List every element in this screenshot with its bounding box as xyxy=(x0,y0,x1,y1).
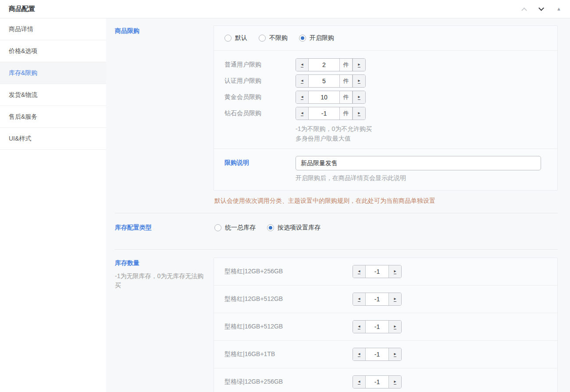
quantity-stepper: ◂ -1 ▸ xyxy=(353,293,402,306)
default-rule-note: 默认会使用依次调用分类、主题设置中的限购规则，在此处可为当前商品单独设置 xyxy=(214,196,557,205)
stepper-decrement-button[interactable]: ◂ xyxy=(296,91,309,103)
stock-type-label-col: 库存配置类型 xyxy=(115,213,214,241)
stepper-increment-button[interactable]: ▸ xyxy=(388,348,401,360)
sidebar-item[interactable]: 库存&限购 xyxy=(0,62,106,84)
stock-type-radio-group: 统一总库存 按选项设置库存 xyxy=(214,213,558,241)
quantity-stepper: ◂ -1 ▸ xyxy=(353,375,402,388)
limit-description-input[interactable] xyxy=(296,156,541,170)
triangle-up-icon: ▲ xyxy=(556,7,561,11)
collapse-up-button[interactable] xyxy=(522,6,526,12)
stepper-value[interactable]: 5 xyxy=(309,75,339,87)
stepper-value[interactable]: -1 xyxy=(366,376,388,388)
stepper-value[interactable]: -1 xyxy=(366,348,388,360)
sku-stock-panel: 型格红|12GB+256GB ◂ -1 ▸ xyxy=(214,258,558,392)
stepper-decrement-button[interactable]: ◂ xyxy=(296,59,309,71)
sidebar-item-label: UI&样式 xyxy=(9,135,31,143)
section-label: 商品限购 xyxy=(115,27,214,35)
limit-row-label: 黄金会员限购 xyxy=(224,93,296,101)
stepper-unit: 件 xyxy=(339,75,353,87)
sidebar-item[interactable]: 价格&选项 xyxy=(0,40,106,62)
stepper-increment-button[interactable]: ▸ xyxy=(353,91,365,103)
triangle-right-icon: ▸ xyxy=(394,297,396,302)
radio-option[interactable]: 统一总库存 xyxy=(214,224,256,232)
main-layout: 商品详情 价格&选项 库存&限购 发货&物流 售后&服务 UI&样式 xyxy=(0,18,570,392)
limit-hint-line2: 多身份用户取最大值 xyxy=(296,134,547,143)
triangle-left-icon: ◂ xyxy=(301,78,303,84)
triangle-left-icon: ◂ xyxy=(301,95,303,100)
config-content: 商品限购 默认 不限购 xyxy=(106,18,570,392)
chevron-down-icon xyxy=(538,5,544,11)
collapse-down-button[interactable] xyxy=(539,6,543,12)
radio-label: 统一总库存 xyxy=(225,224,256,232)
triangle-right-icon: ▸ xyxy=(394,352,396,357)
stepper-decrement-button[interactable]: ◂ xyxy=(353,265,366,278)
radio-icon xyxy=(259,35,266,42)
header-controls: ▲ xyxy=(522,6,563,12)
stepper-decrement-button[interactable]: ◂ xyxy=(353,348,366,360)
triangle-right-icon: ▸ xyxy=(394,269,396,274)
radio-option[interactable]: 按选项设置库存 xyxy=(267,224,321,232)
limit-stepper-block: 普通用户限购 ◂ 2 件 ▸ xyxy=(214,51,557,148)
stepper-value[interactable]: -1 xyxy=(366,321,388,333)
stepper-decrement-button[interactable]: ◂ xyxy=(296,107,309,120)
radio-option[interactable]: 默认 xyxy=(224,34,247,42)
sku-row: 型格红|16GB+1TB ◂ -1 ▸ xyxy=(214,341,557,368)
limit-row: 钻石会员限购 ◂ -1 件 ▸ xyxy=(224,105,547,121)
triangle-left-icon: ◂ xyxy=(358,297,360,302)
stepper-unit: 件 xyxy=(339,91,353,103)
sku-label: 型格红|12GB+512GB xyxy=(224,295,353,303)
stepper-decrement-button[interactable]: ◂ xyxy=(353,376,366,388)
stepper-value[interactable]: -1 xyxy=(366,265,388,278)
sku-label: 型格红|16GB+1TB xyxy=(224,350,353,358)
sidebar-item-label: 商品详情 xyxy=(9,25,33,33)
sidebar-item[interactable]: 售后&服务 xyxy=(0,106,106,128)
sidebar-item[interactable]: UI&样式 xyxy=(0,128,106,150)
limit-row: 黄金会员限购 ◂ 10 件 ▸ xyxy=(224,89,547,105)
sidebar-item[interactable]: 商品详情 xyxy=(0,18,106,40)
sidebar-item-label: 库存&限购 xyxy=(9,69,37,77)
radio-label: 按选项设置库存 xyxy=(278,224,321,232)
quantity-stepper: ◂ 10 件 ▸ xyxy=(296,91,366,104)
stepper-increment-button[interactable]: ▸ xyxy=(388,321,401,333)
limit-mode-radio-group: 默认 不限购 开启限购 xyxy=(214,26,557,50)
stock-type-section: 库存配置类型 统一总库存 按选项设置库存 xyxy=(115,213,558,241)
sidebar-item-label: 售后&服务 xyxy=(9,113,37,121)
stepper-value[interactable]: 10 xyxy=(309,91,339,103)
purchase-limit-label-col: 商品限购 xyxy=(115,25,214,205)
stepper-increment-button[interactable]: ▸ xyxy=(388,376,401,388)
triangle-left-icon: ◂ xyxy=(301,111,303,116)
back-to-top-button[interactable]: ▲ xyxy=(556,7,561,11)
sidebar-item[interactable]: 发货&物流 xyxy=(0,84,106,106)
quantity-stepper: ◂ 2 件 ▸ xyxy=(296,58,366,71)
page-title: 商品配置 xyxy=(9,5,35,13)
limit-row: 普通用户限购 ◂ 2 件 ▸ xyxy=(224,57,547,73)
quantity-stepper: ◂ -1 ▸ xyxy=(353,320,402,333)
stock-type-right-col: 统一总库存 按选项设置库存 xyxy=(214,213,558,241)
stepper-value[interactable]: 2 xyxy=(309,59,339,71)
stepper-decrement-button[interactable]: ◂ xyxy=(353,321,366,333)
radio-option[interactable]: 开启限购 xyxy=(299,34,334,42)
quantity-stepper: ◂ -1 ▸ xyxy=(353,348,402,361)
limit-description-field-wrap: 开启限购后，在商品详情页会显示此说明 xyxy=(296,156,547,182)
stepper-increment-button[interactable]: ▸ xyxy=(388,265,401,278)
triangle-left-icon: ◂ xyxy=(358,379,360,385)
section-label: 库存数量 xyxy=(115,259,214,267)
stepper-increment-button[interactable]: ▸ xyxy=(353,107,365,120)
limit-description-label: 限购说明 xyxy=(224,156,296,182)
sidebar-item-label: 发货&物流 xyxy=(9,91,37,99)
stepper-value[interactable]: -1 xyxy=(309,107,339,120)
stepper-increment-button[interactable]: ▸ xyxy=(353,59,365,71)
sidebar-item-label: 价格&选项 xyxy=(9,47,37,55)
radio-icon xyxy=(214,224,221,231)
stepper-increment-button[interactable]: ▸ xyxy=(353,75,365,87)
limit-rows: 普通用户限购 ◂ 2 件 ▸ xyxy=(224,57,547,121)
stepper-increment-button[interactable]: ▸ xyxy=(388,293,401,305)
limit-row-label: 普通用户限购 xyxy=(224,61,296,69)
stock-qty-section: 库存数量 -1为无限库存，0为无库存无法购买 型格红|12GB+256GB ◂ xyxy=(115,258,558,392)
stepper-value[interactable]: -1 xyxy=(366,293,388,305)
stepper-decrement-button[interactable]: ◂ xyxy=(296,75,309,87)
stepper-decrement-button[interactable]: ◂ xyxy=(353,293,366,305)
triangle-right-icon: ▸ xyxy=(394,379,396,385)
radio-option[interactable]: 不限购 xyxy=(259,34,288,42)
radio-label: 开启限购 xyxy=(310,34,334,42)
